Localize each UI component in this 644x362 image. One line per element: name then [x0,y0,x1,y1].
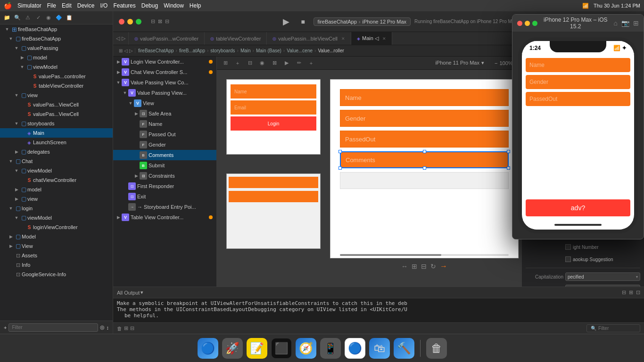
canvas-pin-icon[interactable]: ⊟ [421,263,427,270]
zoom-out-button[interactable]: − [495,60,497,66]
inspector-toggle-icon[interactable]: ⊟ [165,18,169,25]
outline-storyboard-entry[interactable]: ▶ → → Storyboard Entry Poi... [113,202,216,212]
app-menu-simulator[interactable]: Simulator [17,2,41,9]
outline-comments-field[interactable]: ▶ B Comments [113,150,216,160]
dock-simulator[interactable]: 📱 [320,338,341,359]
sim-rotate-icon[interactable]: ⊞ [633,19,639,27]
canvas-edit-icon[interactable]: ✏ [294,58,304,68]
breadcrumb-project[interactable]: fireBaseChatApp [138,48,174,53]
menu-file[interactable]: File [47,2,56,9]
name-textfield[interactable]: Name [340,89,509,106]
dock-notes[interactable]: 📝 [247,338,267,359]
menu-edit[interactable]: Edit [62,2,72,9]
outline-exit[interactable]: ▶ ⊡ Exit [113,191,216,202]
debug-filter-input[interactable] [598,326,636,331]
breadcrumb-value-scene[interactable]: Value...cene [287,48,313,53]
tree-item-loginviewcontroller[interactable]: ▶ S loginViewController [0,222,113,232]
window-maximize-button[interactable] [136,19,141,25]
tree-item-assets[interactable]: ▶ ⊡ Assets [0,251,113,260]
nav-back-button[interactable]: ◁ [116,35,120,41]
tree-item-googleservice[interactable]: ▶ ⊡ GoogleService-Info [0,270,113,279]
breadcrumb-main-base[interactable]: Main (Base) [256,48,281,53]
scroll-bottom-icon[interactable]: ⊡ [636,289,640,296]
tree-item-valuepassing[interactable]: ▼ ▢ valuePassing [0,43,113,53]
dock-trash[interactable]: 🗑 [426,338,447,359]
outline-safe-area[interactable]: ▶ ⊡ Safe Area [113,108,216,119]
run-button[interactable]: ▶ [280,15,293,28]
breadcrumb-storyboards[interactable]: storyboards [210,48,235,53]
nav-forward-button[interactable]: ▷ [122,35,125,41]
login-scene-frame[interactable]: Name Email Login [226,79,321,155]
tree-item-launchscreen[interactable]: ▶ ◈ LaunchScreen [0,138,113,147]
tree-item-chat-group[interactable]: ▼ ▢ Chat [0,156,113,166]
canvas-update-icon[interactable]: ↻ [430,263,436,270]
tree-item-viewmodel[interactable]: ▼ ▢ viewModel [0,62,113,72]
sim-passedout-field[interactable]: PassedOut [526,92,630,106]
output-selector[interactable]: All Output ▾ [117,289,143,296]
debug-side-icon[interactable]: ⊟ [130,325,134,331]
gender-textfield[interactable]: Gender [340,110,509,127]
outline-valuepassing-vc[interactable]: ▼ V Value Passing View Co... [113,77,216,88]
canvas-simulate-icon[interactable]: ▶ [282,58,291,68]
outline-name-field[interactable]: ▶ F Name [113,119,216,129]
sidebar-sort-icon[interactable]: ↕ [107,325,109,330]
canvas-align-icon[interactable]: ↔ [401,263,408,270]
outline-submit-button[interactable]: ▶ B Submit [113,160,216,171]
tree-item-tableviewcontroller[interactable]: ▶ S tableViewController [0,81,113,90]
folder-icon[interactable]: 📁 [3,14,11,22]
clear-console-icon[interactable]: ⊟ [622,289,626,296]
outline-first-responder[interactable]: ▶ ⊡ First Responder [113,181,216,191]
tree-item-main-storyboard[interactable]: ▶ ◈ Main [0,128,113,138]
dock-chrome[interactable]: 🔵 [345,338,365,359]
test-icon[interactable]: ✓ [34,14,42,22]
outline-constraints[interactable]: ▶ ⊟ Constraints [113,171,216,181]
passedout-textfield[interactable]: PassedOut [340,131,509,148]
apple-menu[interactable]: 🍎 [4,2,12,9]
simulator-window[interactable]: iPhone 12 Pro Max – iOS 15.2 ⌂ 📷 ⊞ 1:24 … [512,14,644,239]
cap-dropdown[interactable]: pecified ▾ [565,272,640,281]
breadcrumb-value-roller[interactable]: Value...roller [318,48,344,53]
outline-login-vc[interactable]: ▶ V Login View Controller... [113,57,216,67]
grid-view-icon[interactable]: ⊞ [119,48,123,53]
sim-screenshot-icon[interactable]: 📷 [621,19,629,27]
tree-item-valuepas-cell2[interactable]: ▶ S valuePas...ViewCell [0,109,113,119]
tree-item-model-top[interactable]: ▶ ▢ Model [0,232,113,241]
tree-item-chatviewcontroller[interactable]: ▶ S chatViewController [0,175,113,185]
sidebar-filter-options-icon[interactable]: ◎ [100,324,105,330]
menu-features[interactable]: Features [113,2,135,9]
canvas-constraint-icon[interactable]: ⊟ [245,58,255,68]
tree-item-view[interactable]: ▼ ▢ view [0,90,113,100]
tab-main-storyboard[interactable]: ◈ Main ◁ ✕ [351,32,392,45]
trash-icon[interactable]: 🗑 [117,326,122,331]
dock-finder[interactable]: 🔵 [198,338,218,359]
outline-tablevc[interactable]: ▶ V Table View Controller... [113,212,216,222]
tree-item-chat-view[interactable]: ▶ ▢ view [0,194,113,204]
menu-help[interactable]: Help [190,2,201,9]
dock-appstore[interactable]: 🛍 [369,338,390,359]
dock-xcode[interactable]: 🔨 [394,338,414,359]
close-tab-icon[interactable]: ✕ [341,36,345,41]
report-icon[interactable]: 📋 [65,14,74,22]
window-close-button[interactable] [119,19,124,25]
tree-item-view-top[interactable]: ▶ ▢ View [0,241,113,251]
breakpoint-icon[interactable]: 🔷 [55,14,63,22]
split-debug-icon[interactable]: ⊞ [124,325,128,331]
nav-next-icon[interactable]: ▷ [129,48,133,53]
outline-view[interactable]: ▼ V View [113,98,216,108]
breadcrumb-main[interactable]: Main [240,48,251,53]
sim-gender-field[interactable]: Gender [526,75,630,89]
sim-name-field[interactable]: Name [526,58,630,72]
dock-terminal[interactable]: ⬛ [271,338,292,359]
editor-toggle-icon[interactable]: ⊠ [158,18,162,25]
split-view-icon[interactable]: ⊞ [629,289,633,296]
sim-home-icon[interactable]: ⌂ [614,19,618,27]
menu-window[interactable]: Window [164,2,184,9]
tree-item-login[interactable]: ▼ ▢ login [0,204,113,213]
outline-chat-vc[interactable]: ▶ V Chat View Controller S... [113,67,216,77]
canvas-lib-icon[interactable]: + [306,58,316,68]
nav-prev-icon[interactable]: ◁ [124,48,128,53]
warning-icon[interactable]: ⚠ [24,14,32,22]
tree-item-valuepas-cell1[interactable]: ▶ S valuePas...ViewCell [0,100,113,109]
outline-gender-field[interactable]: ▶ F Gender [113,140,216,150]
dock-safari[interactable]: 🧭 [296,338,316,359]
